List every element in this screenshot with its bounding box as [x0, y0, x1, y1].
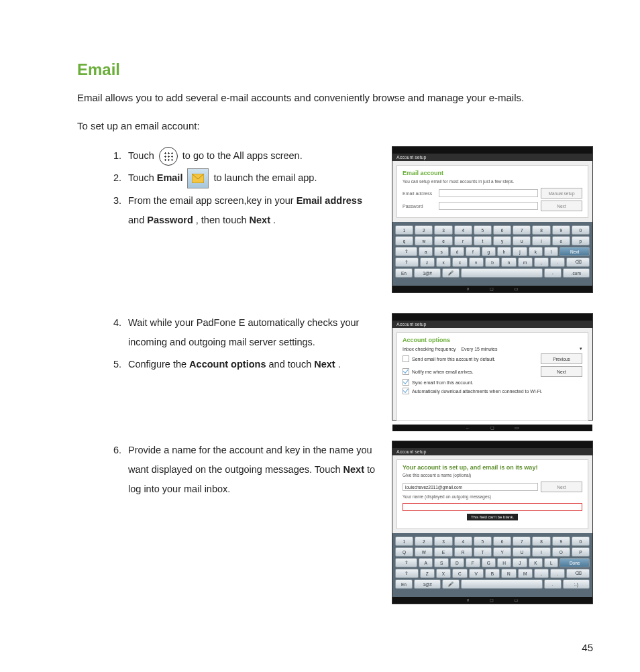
key-U[interactable]: U [513, 547, 531, 557]
key-.[interactable]: . [550, 258, 565, 267]
key-P[interactable]: P [572, 547, 590, 557]
back-icon[interactable]: ∨ [466, 598, 470, 603]
key-k[interactable]: k [529, 247, 543, 256]
key-8[interactable]: 8 [532, 537, 550, 546]
ss1-input-pass[interactable] [439, 202, 538, 210]
key-X[interactable]: X [436, 569, 451, 578]
ss3-your-name[interactable] [403, 503, 582, 511]
key-G[interactable]: G [482, 558, 496, 567]
home-icon[interactable]: ◻ [490, 598, 494, 603]
key-f[interactable]: f [466, 247, 480, 256]
key-shift[interactable]: ⇧ [395, 258, 419, 267]
key-w[interactable]: w [415, 236, 433, 245]
key-lang[interactable]: En [395, 268, 413, 278]
key-Q[interactable]: Q [395, 547, 413, 557]
key-t[interactable]: t [474, 236, 492, 245]
key-6[interactable]: 6 [493, 537, 511, 546]
recent-icon[interactable]: ▭ [514, 598, 519, 603]
key-s[interactable]: s [434, 247, 448, 256]
key-n[interactable]: n [501, 258, 516, 267]
key-,[interactable]: , [534, 258, 549, 267]
ss2-freq-value[interactable]: Every 15 minutes [461, 347, 497, 351]
ss3-next-btn[interactable]: Next [541, 482, 582, 492]
key-h[interactable]: h [497, 247, 511, 256]
key-F[interactable]: F [466, 558, 480, 567]
key-9[interactable]: 9 [552, 225, 570, 235]
key-mic[interactable]: 🎤 [442, 268, 460, 278]
key-H[interactable]: H [497, 558, 511, 567]
ss3-navbar[interactable]: ∨ ◻ ▭ [392, 597, 592, 604]
key-3[interactable]: 3 [434, 225, 452, 235]
key-p[interactable]: p [572, 236, 590, 245]
key-space[interactable] [461, 579, 543, 589]
key-mic[interactable]: 🎤 [442, 579, 460, 589]
key-o[interactable]: o [552, 236, 570, 245]
key-j[interactable]: j [513, 247, 527, 256]
ss1-next-btn[interactable]: Next [541, 201, 582, 211]
home-icon[interactable]: ◻ [490, 425, 494, 431]
key-W[interactable]: W [415, 547, 433, 557]
key-lang[interactable]: En [395, 579, 413, 589]
key-4[interactable]: 4 [454, 225, 472, 235]
key-r[interactable]: r [454, 236, 472, 245]
key-8[interactable]: 8 [532, 225, 550, 235]
key-J[interactable]: J [513, 558, 527, 567]
key-2[interactable]: 2 [415, 537, 433, 546]
key-C[interactable]: C [452, 569, 467, 578]
key-O[interactable]: O [552, 547, 570, 557]
key-c[interactable]: c [452, 258, 467, 267]
key-5[interactable]: 5 [474, 225, 492, 235]
key-sym[interactable]: 1@# [414, 268, 441, 278]
key-V[interactable]: V [469, 569, 484, 578]
ss2-navbar[interactable]: ← ◻ ▭ [392, 425, 592, 431]
key-m[interactable]: m [518, 258, 533, 267]
key-,[interactable]: , [534, 569, 549, 578]
ss3-account-name[interactable]: louiechavez2011@gmail.com [403, 483, 538, 491]
key-B[interactable]: B [485, 569, 500, 578]
back-icon[interactable]: ∨ [466, 286, 470, 292]
key-a[interactable]: a [419, 247, 433, 256]
key-dash[interactable]: - [544, 268, 562, 278]
key-backspace[interactable]: ⌫ [566, 569, 590, 578]
key-S[interactable]: S [434, 558, 448, 567]
key-0[interactable]: 0 [572, 225, 590, 235]
key-A[interactable]: A [419, 558, 433, 567]
key-L[interactable]: L [544, 558, 558, 567]
ss2-chk1[interactable] [403, 355, 409, 362]
ss2-chk4[interactable] [403, 388, 409, 394]
key-7[interactable]: 7 [513, 225, 531, 235]
key-E[interactable]: E [434, 547, 452, 557]
key-g[interactable]: g [482, 247, 496, 256]
key-9[interactable]: 9 [552, 537, 570, 546]
key-D[interactable]: D [450, 558, 464, 567]
ss1-input-email[interactable] [439, 189, 538, 197]
key-caps[interactable]: ⇧ [395, 558, 417, 567]
key-backspace[interactable]: ⌫ [566, 258, 590, 267]
ss1-keyboard[interactable]: 1234567890 qwertyuiop ⇧ asdfghjkl Next ⇧… [392, 222, 592, 286]
key-q[interactable]: q [395, 236, 413, 245]
key-z[interactable]: z [420, 258, 435, 267]
key-6[interactable]: 6 [493, 225, 511, 235]
key-dot[interactable]: . [544, 579, 562, 589]
key-T[interactable]: T [474, 547, 492, 557]
key-i[interactable]: i [532, 236, 550, 245]
key-I[interactable]: I [532, 547, 550, 557]
home-icon[interactable]: ◻ [490, 286, 494, 292]
key-4[interactable]: 4 [454, 537, 472, 546]
ss2-chk2[interactable] [403, 368, 409, 375]
key-l[interactable]: l [544, 247, 558, 256]
recent-icon[interactable]: ▭ [515, 425, 519, 431]
key-M[interactable]: M [518, 569, 533, 578]
recent-icon[interactable]: ▭ [514, 286, 519, 292]
key-Y[interactable]: Y [493, 547, 511, 557]
ss1-manual-btn[interactable]: Manual setup [541, 188, 582, 199]
ss2-prev-btn[interactable]: Previous [541, 353, 582, 364]
key-.[interactable]: . [550, 569, 565, 578]
key-x[interactable]: x [436, 258, 451, 267]
key-7[interactable]: 7 [513, 537, 531, 546]
key-K[interactable]: K [529, 558, 543, 567]
key-N[interactable]: N [501, 569, 516, 578]
key-Z[interactable]: Z [420, 569, 435, 578]
key-3[interactable]: 3 [434, 537, 452, 546]
key-v[interactable]: v [469, 258, 484, 267]
